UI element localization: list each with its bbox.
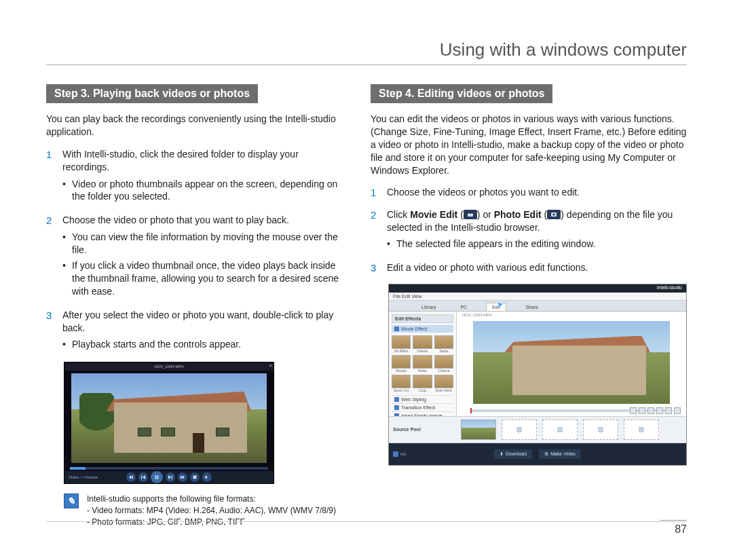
timeline-control-icon xyxy=(674,407,681,414)
tab-bar: Library PC Edit Share xyxy=(389,301,686,312)
step-text-or: or xyxy=(483,209,493,220)
note-line: - Photo formats: JPG, GIF, BMP, PNG, TIF… xyxy=(87,517,336,528)
step3-intro: You can play back the recordings conveni… xyxy=(46,113,343,138)
tab-share: Share xyxy=(520,303,544,311)
source-pool-label: Source Pool xyxy=(389,427,457,432)
effect-thumb: Classic xyxy=(413,335,432,353)
gear-icon: ⚙ xyxy=(544,451,548,457)
stop-icon xyxy=(190,472,200,482)
clip-thumb xyxy=(461,419,496,440)
playback-controls: Video > Choose xyxy=(64,471,274,483)
effect-thumb: No Effect xyxy=(392,335,411,353)
step-number: 3 xyxy=(46,309,56,354)
playback-source-label: Video > Choose xyxy=(69,475,98,479)
editor-bottom-bar: HD ⬇Download ⚙Make Video xyxy=(389,443,686,465)
footer-rule xyxy=(46,521,687,522)
rewind-icon xyxy=(138,472,148,482)
volume-icon xyxy=(202,472,212,482)
close-icon: × xyxy=(269,362,272,369)
note-line: - Video formats: MP4 (Video: H.264, Audi… xyxy=(87,505,336,517)
movie-edit-label: Movie Edit xyxy=(410,209,457,220)
app-logo: Intelli-studio xyxy=(657,285,682,290)
source-pool: Source Pool xyxy=(389,416,686,443)
effect-thumb: Even More xyxy=(434,375,453,392)
timeline-control-icon xyxy=(639,407,645,414)
effect-thumb: Mosaic xyxy=(392,355,411,373)
note-box: ✎ Intelli-studio supports the following … xyxy=(64,493,343,527)
playback-screenshot: HDV_1004.MP4 × Video > Choose xyxy=(64,362,274,484)
sidebar-heading: Edit Effects xyxy=(392,314,453,323)
step-number: 1 xyxy=(371,186,380,200)
hd-badge: HD xyxy=(393,451,407,457)
editor-sidebar: Edit Effects Movie Effect No Effect Clas… xyxy=(389,312,457,416)
note-icon: ✎ xyxy=(64,493,79,508)
step-sub: Video or photo thumbnails appear on the … xyxy=(62,178,343,204)
download-icon: ⬇ xyxy=(500,451,504,457)
step4-intro: You can edit the videos or photos in var… xyxy=(371,113,687,176)
playback-progress xyxy=(70,467,268,470)
page-number: 87 xyxy=(660,520,687,536)
step-text: Choose the video or photo that you want … xyxy=(62,214,289,225)
tab-edit: Edit xyxy=(486,303,506,311)
preview-filename: HDV_1004.MP4 xyxy=(462,313,491,317)
svg-rect-2 xyxy=(468,212,473,214)
clip-placeholder xyxy=(502,419,537,440)
clip-placeholder xyxy=(542,419,578,440)
photo-edit-icon xyxy=(547,210,561,219)
step-text: Choose the videos or photos you want to … xyxy=(387,187,580,198)
clip-placeholder xyxy=(583,419,618,440)
step4-heading: Step 4. Editing videos or photos xyxy=(371,84,552,103)
step-sub: The selected file appears in the editing… xyxy=(387,238,687,250)
timeline-control-icon xyxy=(630,407,637,414)
step-sub: Playback starts and the controls appear. xyxy=(62,338,343,351)
timeline-control-icon xyxy=(647,407,654,414)
effect-thumb: Cinema xyxy=(434,355,453,373)
step-text: After you select the video or photo you … xyxy=(62,310,333,333)
effect-thumb: Zoom Out xyxy=(392,375,411,392)
skip-back-icon xyxy=(126,472,136,482)
timeline-control-icon xyxy=(665,407,672,414)
timeline-control-icon xyxy=(656,407,663,414)
step-number: 2 xyxy=(46,214,56,300)
tab-pc: PC xyxy=(455,303,472,311)
column-step3: Step 3. Playing back videos or photos Yo… xyxy=(46,84,343,528)
note-line: Intelli-studio supports the following fi… xyxy=(87,493,336,505)
menu-bar: File Edit View xyxy=(389,293,686,301)
cursor-icon xyxy=(496,301,506,310)
step3-heading: Step 3. Playing back videos or photos xyxy=(46,84,258,103)
editor-preview: HDV_1004.MP4 xyxy=(457,312,686,416)
page-title: Using with a windows computer xyxy=(46,39,687,65)
download-button: ⬇Download xyxy=(494,449,532,459)
step-sub: If you click a video thumbnail once, the… xyxy=(62,259,343,298)
step-text: Edit a video or photo with various edit … xyxy=(387,262,588,273)
svg-point-4 xyxy=(553,214,555,216)
effect-thumb: Crop xyxy=(413,375,432,392)
editor-screenshot: Intelli-studio File Edit View Library PC… xyxy=(388,284,687,466)
playback-filename: HDV_1004.MP4 xyxy=(64,362,274,371)
sidebar-option: Transition Effect xyxy=(392,403,453,411)
svg-rect-0 xyxy=(193,476,197,479)
movie-effect-row: Movie Effect xyxy=(392,325,453,333)
skip-forward-icon xyxy=(178,472,187,482)
effect-thumb: Noise xyxy=(413,355,432,373)
step-text: With Intelli-studio, click the desired f… xyxy=(62,149,299,172)
step-number: 2 xyxy=(371,208,380,254)
clip-placeholder xyxy=(624,419,659,440)
photo-edit-label: Photo Edit xyxy=(494,209,542,220)
pause-icon xyxy=(151,471,163,483)
sidebar-option: Web Styling xyxy=(392,395,453,403)
forward-icon xyxy=(166,472,175,482)
step-number: 1 xyxy=(46,148,56,206)
step-text-pre: Click xyxy=(387,209,410,220)
make-video-button: ⚙Make Video xyxy=(539,449,581,459)
movie-edit-icon xyxy=(464,210,477,219)
column-step4: Step 4. Editing videos or photos You can… xyxy=(371,84,687,528)
step-sub: You can view the file information by mov… xyxy=(62,231,343,257)
effect-thumb: Sepia xyxy=(434,335,453,353)
tab-library: Library xyxy=(416,303,441,311)
step-number: 3 xyxy=(371,261,380,275)
playback-photo xyxy=(71,373,267,463)
